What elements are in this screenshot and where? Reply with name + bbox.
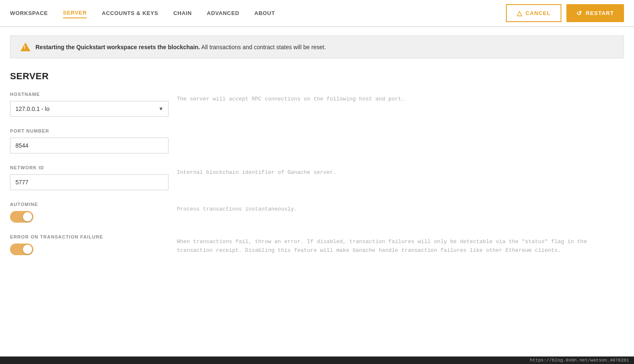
cancel-button[interactable]: △ CANCEL xyxy=(506,4,561,22)
warning-icon xyxy=(20,43,30,51)
network-id-row: NETWORK ID Internal blockchain identifie… xyxy=(10,165,624,190)
navbar: WORKSPACE SERVER ACCOUNTS & KEYS CHAIN A… xyxy=(0,0,634,27)
warning-normal-text: All transactions and contract states wil… xyxy=(200,44,326,50)
port-number-field: PORT NUMBER xyxy=(10,128,169,153)
network-id-description: Internal blockchain identifier of Ganach… xyxy=(177,165,624,177)
restart-icon: ↺ xyxy=(576,10,582,17)
automine-toggle[interactable] xyxy=(10,211,33,223)
automine-toggle-thumb xyxy=(23,212,32,221)
error-on-tx-failure-label: ERROR ON TRANSACTION FAILURE xyxy=(10,234,169,239)
port-number-description xyxy=(177,128,624,132)
nav-item-about[interactable]: ABOUT xyxy=(254,8,275,18)
section-title: SERVER xyxy=(10,71,624,82)
restart-label: RESTART xyxy=(586,10,614,16)
port-number-label: PORT NUMBER xyxy=(10,128,169,133)
error-on-tx-failure-toggle[interactable] xyxy=(10,244,33,255)
network-id-label: NETWORK ID xyxy=(10,165,169,170)
nav-item-chain[interactable]: CHAIN xyxy=(173,8,191,18)
automine-row: AUTOMINE Process transactions instantane… xyxy=(10,202,624,223)
network-id-field: NETWORK ID xyxy=(10,165,169,190)
hostname-label: HOSTNAME xyxy=(10,92,169,97)
hostname-row: HOSTNAME 127.0.0.1 - lo ▼ The server wil… xyxy=(10,92,624,117)
error-on-tx-failure-toggle-wrapper xyxy=(10,244,169,255)
automine-toggle-wrapper xyxy=(10,211,169,223)
restart-button[interactable]: ↺ RESTART xyxy=(566,4,624,22)
hostname-select-wrapper: 127.0.0.1 - lo ▼ xyxy=(10,101,169,117)
port-number-input[interactable] xyxy=(10,138,169,153)
automine-field: AUTOMINE xyxy=(10,202,169,223)
hostname-description: The server will accept RPC connections o… xyxy=(177,92,624,104)
error-on-tx-failure-field: ERROR ON TRANSACTION FAILURE xyxy=(10,234,169,255)
port-number-row: PORT NUMBER xyxy=(10,128,624,153)
automine-description: Process transactions instantaneously. xyxy=(177,202,624,214)
nav-item-server[interactable]: SERVER xyxy=(63,8,87,18)
nav-item-accounts-keys[interactable]: ACCOUNTS & KEYS xyxy=(102,8,158,18)
cancel-label: CANCEL xyxy=(526,10,551,16)
error-on-tx-failure-toggle-thumb xyxy=(23,245,32,254)
network-id-input[interactable] xyxy=(10,174,169,190)
error-on-tx-failure-description: When transactions fail, throw an error. … xyxy=(177,234,624,255)
warning-banner: Restarting the Quickstart workspace rese… xyxy=(10,35,624,58)
hostname-select[interactable]: 127.0.0.1 - lo xyxy=(10,101,169,117)
warning-text: Restarting the Quickstart workspace rese… xyxy=(35,44,326,50)
nav-actions: △ CANCEL ↺ RESTART xyxy=(506,4,624,22)
error-on-tx-failure-row: ERROR ON TRANSACTION FAILURE When transa… xyxy=(10,234,624,255)
cancel-icon: △ xyxy=(517,9,522,17)
nav-item-advanced[interactable]: ADVANCED xyxy=(207,8,239,18)
main-content: SERVER HOSTNAME 127.0.0.1 - lo ▼ The ser… xyxy=(0,67,634,284)
nav-item-workspace[interactable]: WORKSPACE xyxy=(10,8,48,18)
automine-label: AUTOMINE xyxy=(10,202,169,207)
nav-links: WORKSPACE SERVER ACCOUNTS & KEYS CHAIN A… xyxy=(10,8,275,18)
hostname-field: HOSTNAME 127.0.0.1 - lo ▼ xyxy=(10,92,169,117)
warning-bold-text: Restarting the Quickstart workspace rese… xyxy=(35,44,200,50)
